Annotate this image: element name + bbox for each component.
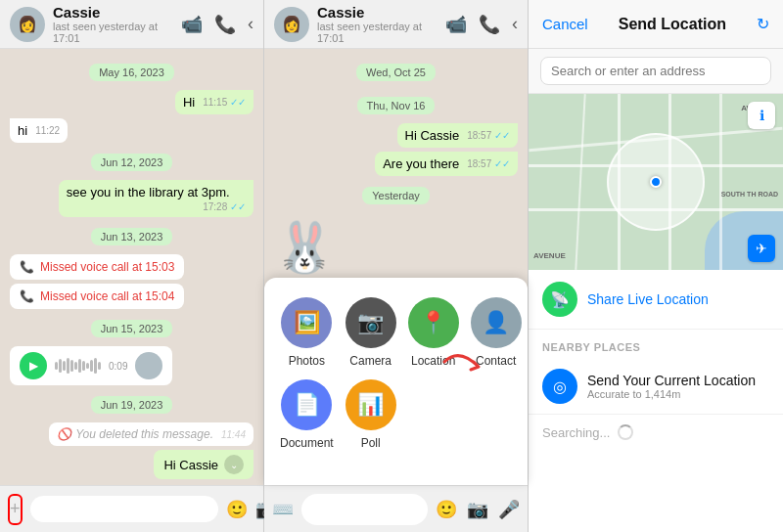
date-jun19: Jun 19, 2023 [10,395,253,413]
attach-camera[interactable]: 📷 Camera [345,297,396,368]
video-call-icon[interactable]: 📹 [181,14,203,35]
audio-message: ▶ 0:09 [10,346,172,385]
camera-icon: 📷 [345,297,396,348]
current-location-button[interactable]: ◎ Send Your Current Location Accurate to… [529,359,783,415]
poll-label: Poll [361,436,381,450]
back-icon-mid[interactable]: ‹ [512,14,518,34]
msg-hi-in: hi 11:22 [10,118,68,143]
middle-chat-header: 👩 Cassie last seen yesterday at 17:01 📹 … [264,0,528,49]
phone-icon-mid[interactable]: 📞 [479,14,500,35]
live-location-label: Share Live Location [587,291,709,307]
left-header-icons: 📹 📞 ‹ [181,14,253,35]
location-panel-title: Send Location [619,16,726,33]
phone-icon[interactable]: 📞 [214,14,236,35]
middle-contact-status: last seen yesterday at 17:01 [317,21,438,44]
left-message-input[interactable] [30,496,218,522]
sticker: 🐰 16:25 ✓✓ [274,223,335,272]
video-call-icon-mid[interactable]: 📹 [445,14,467,35]
searching-row: Searching... [529,415,783,450]
map-label-avenue2: AVENUE [533,251,566,260]
document-label: Document [280,436,334,450]
date-jun12: Jun 12, 2023 [10,153,253,170]
loading-spinner [618,424,633,440]
back-icon[interactable]: ‹ [248,14,253,34]
date-oct25: Wed, Oct 25 [274,63,518,80]
cancel-button[interactable]: Cancel [542,16,588,32]
map-label-road: SOUTH TH ROAD [721,191,778,198]
nearby-title: NEARBY PLACES [542,341,640,353]
avatar-middle: 👩 [274,7,309,42]
map-center-pin [650,176,662,188]
chevron-down-icon[interactable]: ⌄ [224,455,244,474]
middle-contact-info: Cassie last seen yesterday at 17:01 [317,4,438,44]
map-view: AVENUE SOUTH TH ROAD AVENUE ℹ ✈ [529,94,783,270]
left-contact-info: Cassie last seen yesterday at 17:01 [53,4,173,44]
left-messages: May 16, 2023 Hi 11:15 ✓✓ hi 11:22 Jun 12… [0,49,263,485]
photos-icon: 🖼️ [281,297,332,348]
location-icon: 📍 [408,297,459,348]
refresh-icon[interactable]: ↻ [757,15,769,33]
current-location-icon: ◎ [542,369,577,404]
mid-icons: 🙂 📷 🎤 [436,499,520,520]
sticker-icon[interactable]: 🙂 [226,499,248,520]
left-contact-status: last seen yesterday at 17:01 [53,21,173,44]
current-location-accuracy: Accurate to 1,414m [587,388,769,400]
attach-photos[interactable]: 🖼️ Photos [280,297,334,368]
send-location-panel: Cancel Send Location ↻ AVENUE SOUTH TH R… [529,0,783,532]
middle-message-input[interactable] [301,494,428,525]
sticker-icon-mid[interactable]: 🙂 [436,499,457,520]
location-header: Cancel Send Location ↻ [529,0,783,49]
poll-icon: 📊 [345,379,396,430]
share-live-location-button[interactable]: 📡 Share Live Location [529,270,783,330]
photos-label: Photos [289,354,325,368]
arrow-indicator [439,342,498,405]
left-input-bar: + 🙂 📷 🎤 [0,485,263,532]
mic-icon-mid[interactable]: 🎤 [498,499,520,520]
attach-poll[interactable]: 📊 Poll [345,379,396,450]
location-search-input[interactable] [540,57,771,85]
current-location-info: Send Your Current Location Accurate to 1… [587,373,769,400]
document-icon: 📄 [281,379,332,430]
audio-avatar [135,352,162,379]
date-nov16: Thu, Nov 16 [274,96,518,113]
searching-label: Searching... [542,425,610,440]
play-icon[interactable]: ▶ [20,352,47,379]
waveform [55,356,101,376]
missed-call-2: 📞Missed voice call at 15:04 [10,284,184,309]
missed-call-1: 📞Missed voice call at 15:03 [10,254,184,280]
map-info-button[interactable]: ℹ [748,102,775,129]
camera-icon-mid[interactable]: 📷 [467,499,488,520]
msg-library: see you in the library at 3pm. 17:28 ✓✓ [59,180,253,217]
map-navigation-button[interactable]: ✈ [748,235,775,262]
date-yesterday: Yesterday [274,186,518,203]
msg-are-you: Are you there 18:57 ✓✓ [375,152,518,176]
keyboard-icon[interactable]: ⌨️ [272,499,294,520]
nearby-section: NEARBY PLACES [529,330,783,359]
date-jun13: Jun 13, 2023 [10,227,253,244]
msg-hi: Hi 11:15 ✓✓ [175,90,253,114]
left-chat-header: 👩 Cassie last seen yesterday at 17:01 📹 … [0,0,263,49]
deleted-message: 🚫You deleted this message.11:44 [49,422,253,446]
contact-icon: 👤 [471,297,522,348]
middle-contact-name: Cassie [317,4,438,21]
current-location-name: Send Your Current Location [587,373,769,388]
middle-chat-panel: 👩 Cassie last seen yesterday at 17:01 📹 … [264,0,529,532]
date-may: May 16, 2023 [10,63,253,80]
avatar-left: 👩 [10,7,45,42]
camera-label: Camera [349,354,392,368]
left-contact-name: Cassie [53,4,173,21]
attach-document[interactable]: 📄 Document [280,379,334,450]
left-chat-panel: 👩 Cassie last seen yesterday at 17:01 📹 … [0,0,264,532]
location-search-bar [529,49,783,94]
middle-header-icons: 📹 📞 ‹ [445,14,518,35]
location-options: 📡 Share Live Location NEARBY PLACES ◎ Se… [529,270,783,532]
date-jun15: Jun 15, 2023 [10,319,253,336]
middle-input-bar: ⌨️ 🙂 📷 🎤 [264,485,528,532]
msg-hi-cassie-left: Hi Cassie ⌄ [154,450,253,479]
plus-button[interactable]: + [8,494,23,525]
msg-hi-cassie-mid: Hi Cassie 18:57 ✓✓ [397,123,518,148]
live-location-icon: 📡 [542,282,577,317]
